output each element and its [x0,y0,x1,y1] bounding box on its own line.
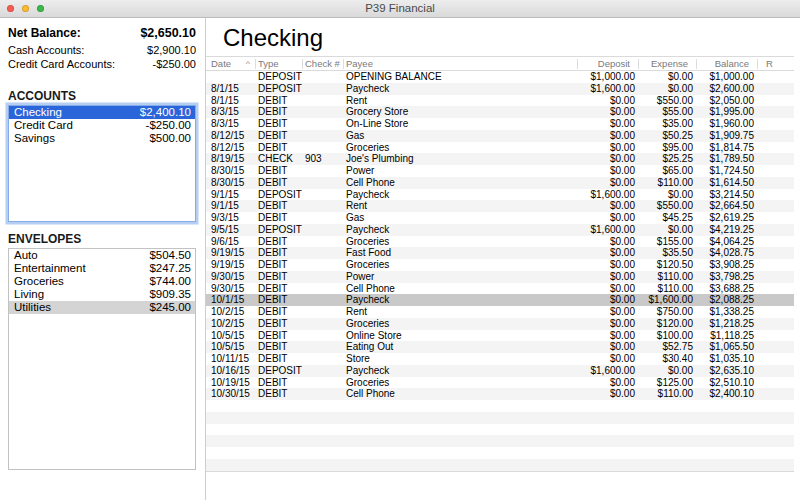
transaction-check-number [303,106,344,118]
column-header-expense[interactable]: Expense [639,59,697,69]
transaction-balance [697,459,758,471]
column-header-type[interactable]: Type [256,59,303,69]
list-item-balance: $2,400.10 [140,106,191,119]
envelope-item-auto[interactable]: Auto $504.50 [9,249,195,262]
transaction-date: 10/19/15 [206,377,256,389]
transaction-row[interactable]: 10/11/15 DEBIT Store $0.00 $30.40 $1,035… [206,353,794,365]
list-item-balance: $500.00 [149,132,191,145]
transaction-expense: $550.00 [639,200,697,212]
transaction-row[interactable]: 8/30/15 DEBIT Power $0.00 $65.00 $1,724.… [206,165,794,177]
column-header-deposit[interactable]: Deposit [578,59,639,69]
envelope-item-utilities[interactable]: Utilities $245.00 [9,301,195,314]
transaction-type: DEBIT [256,212,303,224]
transaction-row[interactable]: 10/1/15 DEBIT Paycheck $0.00 $1,600.00 $… [206,294,794,306]
transaction-type: DEBIT [256,259,303,271]
zoom-button-icon[interactable] [37,5,44,12]
transaction-date: 9/19/15 [206,247,256,259]
transaction-row[interactable]: 10/19/15 DEBIT Groceries $0.00 $125.00 $… [206,377,794,389]
transaction-row[interactable]: 8/19/15 CHECK 903 Joe's Plumbing $0.00 $… [206,153,794,165]
transaction-row[interactable]: 9/30/15 DEBIT Cell Phone $0.00 $110.00 $… [206,283,794,295]
close-button-icon[interactable] [7,5,14,12]
transaction-check-number [303,271,344,283]
transaction-row[interactable]: 9/19/15 DEBIT Fast Food $0.00 $35.50 $4,… [206,247,794,259]
transaction-check-number [303,365,344,377]
transaction-check-number [303,341,344,353]
list-item-balance: $504.50 [149,249,191,262]
account-item-savings[interactable]: Savings $500.00 [9,132,195,145]
transaction-payee: OPENING BALANCE [344,71,578,83]
transaction-reconciled [758,412,794,424]
transaction-balance: $1,995.00 [697,106,758,118]
transaction-type: DEBIT [256,118,303,130]
envelope-item-groceries[interactable]: Groceries $744.00 [9,275,195,288]
envelopes-section-header: ENVELOPES [8,232,81,246]
transaction-row[interactable]: 8/12/15 DEBIT Gas $0.00 $50.25 $1,909.75 [206,130,794,142]
envelope-item-living[interactable]: Living $909.35 [9,288,195,301]
transaction-balance: $2,088.25 [697,294,758,306]
transaction-row[interactable]: 10/30/15 DEBIT Cell Phone $0.00 $110.00 … [206,388,794,400]
transaction-type: DEBIT [256,271,303,283]
transaction-reconciled [758,142,794,154]
transaction-row[interactable]: 10/5/15 DEBIT Online Store $0.00 $100.00… [206,330,794,342]
transaction-row[interactable]: 8/1/15 DEPOSIT Paycheck $1,600.00 $0.00 … [206,83,794,95]
transaction-row[interactable]: 9/6/15 DEBIT Groceries $0.00 $155.00 $4,… [206,236,794,248]
transaction-type [256,459,303,471]
transaction-balance: $4,219.25 [697,224,758,236]
transaction-row[interactable]: 10/2/15 DEBIT Groceries $0.00 $120.00 $1… [206,318,794,330]
transaction-row[interactable]: 10/16/15 DEPOSIT Paycheck $1,600.00 $0.0… [206,365,794,377]
transaction-row[interactable]: 8/3/15 DEBIT On-Line Store $0.00 $35.00 … [206,118,794,130]
transaction-expense: $155.00 [639,236,697,248]
envelope-item-entertainment[interactable]: Entertainment $247.25 [9,262,195,275]
transaction-payee: On-Line Store [344,118,578,130]
transaction-check-number [303,447,344,459]
transaction-row[interactable]: 8/1/15 DEBIT Rent $0.00 $550.00 $2,050.0… [206,95,794,107]
transaction-date: 10/11/15 [206,353,256,365]
transaction-expense: $750.00 [639,306,697,318]
transaction-deposit [578,459,639,471]
transaction-date: 8/3/15 [206,118,256,130]
transaction-row[interactable]: 9/5/15 DEPOSIT Paycheck $1,600.00 $0.00 … [206,224,794,236]
empty-row [206,459,794,471]
transaction-row[interactable]: 9/30/15 DEBIT Power $0.00 $110.00 $3,798… [206,271,794,283]
column-header-check-number[interactable]: Check # [303,59,344,69]
transaction-row[interactable]: 9/1/15 DEPOSIT Paycheck $1,600.00 $0.00 … [206,189,794,201]
account-item-checking[interactable]: Checking $2,400.10 [9,106,195,119]
transaction-reconciled [758,95,794,107]
transaction-deposit: $1,600.00 [578,189,639,201]
transaction-row[interactable]: 10/2/15 DEBIT Rent $0.00 $750.00 $1,338.… [206,306,794,318]
transaction-type: CHECK [256,153,303,165]
transaction-expense: $52.75 [639,341,697,353]
transaction-balance: $1,035.10 [697,353,758,365]
transaction-type: DEBIT [256,283,303,295]
column-header-date[interactable]: Date ^ [206,59,256,69]
transaction-expense: $0.00 [639,83,697,95]
transaction-row[interactable]: 8/3/15 DEBIT Grocery Store $0.00 $55.00 … [206,106,794,118]
cash-accounts-row: Cash Accounts: $2,900.10 [8,44,196,56]
net-balance-row: Net Balance: $2,650.10 [8,26,196,40]
transaction-row[interactable]: DEPOSIT OPENING BALANCE $1,000.00 $0.00 … [206,71,794,83]
transaction-row[interactable]: 9/3/15 DEBIT Gas $0.00 $45.25 $2,619.25 [206,212,794,224]
column-header-payee[interactable]: Payee [344,59,578,69]
list-item-name: Groceries [14,275,64,288]
transaction-check-number [303,212,344,224]
table-header: Date ^ Type Check # Payee Deposit Expens… [206,56,794,71]
transaction-expense: $120.00 [639,318,697,330]
list-item-balance: $909.35 [149,288,191,301]
transaction-row[interactable]: 10/5/15 DEBIT Eating Out $0.00 $52.75 $1… [206,341,794,353]
account-item-credit-card[interactable]: Credit Card -$250.00 [9,119,195,132]
transaction-date: 9/30/15 [206,283,256,295]
column-header-reconciled[interactable]: R [758,59,794,69]
transaction-payee [344,459,578,471]
traffic-lights [7,5,44,12]
page-title: Checking [223,24,323,52]
transaction-row[interactable]: 9/19/15 DEBIT Groceries $0.00 $120.50 $3… [206,259,794,271]
transaction-row[interactable]: 8/12/15 DEBIT Groceries $0.00 $95.00 $1,… [206,142,794,154]
transaction-expense: $120.50 [639,259,697,271]
minimize-button-icon[interactable] [22,5,29,12]
transaction-row[interactable]: 9/1/15 DEBIT Rent $0.00 $550.00 $2,664.5… [206,200,794,212]
transaction-row[interactable]: 8/30/15 DEBIT Cell Phone $0.00 $110.00 $… [206,177,794,189]
transaction-date [206,447,256,459]
transaction-check-number [303,306,344,318]
column-header-balance[interactable]: Balance [697,59,758,69]
transaction-balance: $2,400.10 [697,388,758,400]
